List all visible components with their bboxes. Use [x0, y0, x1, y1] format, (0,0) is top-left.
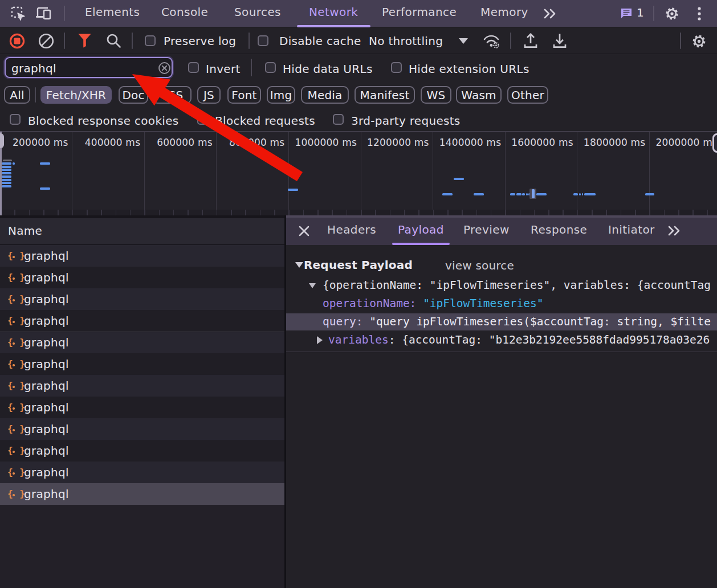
- payload-section-header[interactable]: Request Payload view source: [286, 256, 717, 273]
- detail-tab[interactable]: Payload: [398, 223, 444, 236]
- request-payload-pane: Request Payload view source {operationNa…: [286, 245, 717, 588]
- detail-tab[interactable]: Initiator: [608, 223, 655, 236]
- detail-tab[interactable]: Headers: [327, 223, 376, 236]
- resource-type-chip[interactable]: Img: [267, 86, 295, 104]
- search-icon[interactable]: [106, 33, 121, 48]
- filter-input[interactable]: graphql: [5, 57, 173, 78]
- ruler-gridline: [72, 132, 72, 215]
- device-toolbar-icon[interactable]: [35, 6, 52, 21]
- request-row[interactable]: { } graphql: [0, 332, 284, 353]
- resource-type-chip[interactable]: CSS: [152, 86, 192, 104]
- resource-type-chip[interactable]: Manifest: [355, 86, 415, 104]
- resource-type-chip[interactable]: Fetch/XHR: [40, 86, 112, 104]
- export-har-icon[interactable]: [552, 32, 568, 49]
- ruler-gridline: [216, 132, 217, 215]
- overview-right-drag-handle[interactable]: [712, 133, 717, 153]
- devtools-tab[interactable]: Performance: [382, 5, 457, 19]
- network-conditions-icon[interactable]: [482, 33, 502, 49]
- request-row[interactable]: { } graphql: [0, 462, 284, 483]
- blocked-filter-checkbox[interactable]: [197, 114, 208, 125]
- request-detail-panel: Headers Payload Preview Response Initiat…: [286, 215, 717, 588]
- network-overview-timeline[interactable]: 200000 ms400000 ms600000 ms800000 ms1000…: [0, 132, 717, 217]
- devtools-window: Elements Console Sources Network Perform…: [0, 0, 717, 588]
- request-name: graphql: [24, 444, 69, 458]
- detail-tab[interactable]: Preview: [463, 223, 510, 236]
- devtools-tab[interactable]: Memory: [480, 5, 528, 19]
- request-row[interactable]: { } graphql: [0, 375, 284, 397]
- devtools-tab[interactable]: Sources: [234, 5, 281, 19]
- filter-input-value: graphql: [11, 62, 56, 75]
- request-timeline-bar: [584, 193, 596, 195]
- payload-preview-line[interactable]: {operationName: "ipFlowTimeseries", vari…: [286, 277, 717, 294]
- request-row[interactable]: { } graphql: [0, 288, 284, 310]
- request-timeline-bar: [454, 178, 464, 180]
- record-network-log-icon[interactable]: [9, 33, 25, 49]
- clear-network-log-icon[interactable]: [38, 33, 54, 49]
- ruler-gridline: [361, 132, 361, 215]
- filter-row: graphql Invert Hide data URLs Hide exten…: [0, 54, 717, 81]
- issues-message-icon[interactable]: [620, 7, 633, 20]
- request-name: graphql: [24, 292, 69, 306]
- blocked-filter-checkbox[interactable]: [333, 114, 344, 125]
- resource-type-chip[interactable]: WS: [421, 86, 451, 104]
- filter-funnel-icon[interactable]: [78, 34, 91, 48]
- disable-cache-checkbox[interactable]: [258, 35, 268, 46]
- request-row[interactable]: { } graphql: [0, 267, 284, 288]
- hide-extension-urls-checkbox[interactable]: [391, 62, 402, 73]
- request-timeline-bar: [3, 160, 12, 161]
- payload-query-row-selected[interactable]: query: "query ipFlowTimeseries($accountT…: [286, 313, 717, 330]
- request-row[interactable]: { } graphql: [0, 353, 284, 375]
- devtools-tab[interactable]: Console: [161, 5, 208, 19]
- blocked-filter-label: Blocked response cookies: [28, 114, 178, 128]
- request-row[interactable]: { } graphql: [0, 310, 284, 332]
- kebab-menu-icon[interactable]: [696, 6, 702, 21]
- devtools-tab[interactable]: Elements: [85, 5, 140, 19]
- request-timeline-bar: [2, 162, 11, 165]
- throttling-select-value[interactable]: No throttling: [369, 34, 443, 48]
- overview-left-drag-handle[interactable]: [0, 133, 4, 148]
- hide-data-urls-checkbox[interactable]: [265, 62, 276, 73]
- resource-type-chip[interactable]: Font: [227, 86, 261, 104]
- request-timeline-bar: [474, 193, 484, 195]
- variables-expand-icon[interactable]: [317, 336, 323, 344]
- resource-type-chip[interactable]: Wasm: [456, 86, 502, 104]
- resource-type-chip[interactable]: JS: [197, 86, 221, 104]
- name-column-header[interactable]: Name: [0, 218, 284, 245]
- inspect-element-icon[interactable]: [11, 6, 26, 21]
- request-row[interactable]: { } graphql: [0, 245, 284, 267]
- import-har-icon[interactable]: [523, 32, 539, 49]
- request-name: graphql: [24, 249, 69, 263]
- request-timeline-bar: [2, 185, 11, 187]
- invert-label: Invert: [206, 62, 241, 76]
- request-row[interactable]: { } graphql: [0, 397, 284, 418]
- request-name: graphql: [24, 379, 69, 393]
- clear-filter-icon[interactable]: [158, 62, 170, 74]
- invert-checkbox[interactable]: [188, 62, 199, 73]
- detail-tab[interactable]: Response: [531, 223, 587, 236]
- request-timeline-bar: [516, 193, 522, 195]
- settings-gear-icon[interactable]: [664, 6, 680, 22]
- close-detail-icon[interactable]: [298, 225, 310, 237]
- request-row[interactable]: { } graphql: [0, 418, 284, 440]
- resource-type-chip[interactable]: Doc: [119, 86, 148, 104]
- payload-variables-row[interactable]: variables: {accountTag: "b12e3b2192ee558…: [286, 332, 717, 349]
- payload-operation-row[interactable]: operationName: "ipFlowTimeseries": [286, 295, 717, 312]
- detail-more-tabs-icon[interactable]: [667, 225, 684, 236]
- section-expand-icon[interactable]: [295, 262, 303, 268]
- request-row[interactable]: { } graphql: [0, 440, 284, 462]
- request-row[interactable]: { } graphql: [0, 483, 284, 505]
- blocked-filter-checkbox[interactable]: [10, 114, 21, 125]
- resource-type-chip[interactable]: Other: [507, 86, 548, 104]
- xhr-braces-icon: { }: [7, 249, 21, 263]
- resource-type-chip[interactable]: All: [4, 86, 30, 104]
- more-tabs-chevron-icon[interactable]: [543, 8, 560, 19]
- view-source-toggle[interactable]: view source: [445, 257, 514, 273]
- throttling-caret-icon[interactable]: [459, 38, 468, 44]
- devtools-tab[interactable]: Network: [309, 5, 358, 19]
- object-expand-icon[interactable]: [309, 283, 316, 288]
- network-settings-gear-icon[interactable]: [691, 33, 707, 50]
- request-timeline-bar: [573, 193, 578, 195]
- request-timeline-bar: [522, 193, 525, 195]
- resource-type-chip[interactable]: Media: [301, 86, 349, 104]
- preserve-log-checkbox[interactable]: [145, 35, 156, 46]
